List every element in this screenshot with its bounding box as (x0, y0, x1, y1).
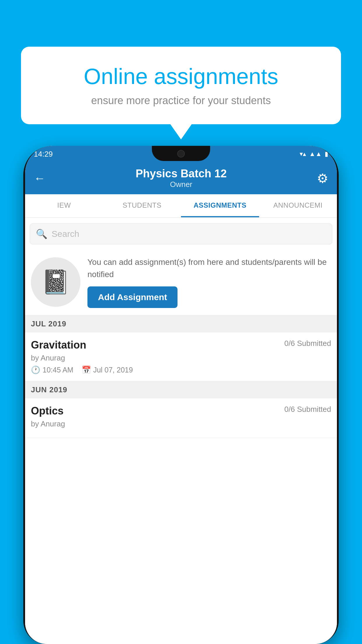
header-title: Physics Batch 12 (136, 167, 227, 180)
tabs-bar: IEW STUDENTS ASSIGNMENTS ANNOUNCEMI (25, 194, 337, 218)
add-assignment-desc: You can add assignment(s) from here and … (87, 256, 331, 281)
notebook-icon: 📓 (41, 268, 70, 296)
assignment-author: by Anurag (31, 354, 331, 363)
search-icon: 🔍 (36, 228, 48, 239)
tab-assignments[interactable]: ASSIGNMENTS (181, 194, 259, 217)
clock-icon: 🕐 (31, 365, 40, 374)
wifi-icon: ▾▴ (300, 150, 306, 158)
assignment-item-top: Gravitation 0/6 Submitted (31, 339, 331, 351)
header-subtitle: Owner (136, 180, 227, 189)
assignment-item-optics[interactable]: Optics 0/6 Submitted by Anurag (25, 398, 337, 438)
assignment-meta: 🕐 10:45 AM 📅 Jul 07, 2019 (31, 365, 331, 374)
add-assignment-right: You can add assignment(s) from here and … (87, 256, 331, 308)
assignment-name: Gravitation (31, 339, 86, 351)
tab-students[interactable]: STUDENTS (103, 194, 181, 217)
header-center: Physics Batch 12 Owner (136, 167, 227, 189)
calendar-icon: 📅 (82, 365, 91, 374)
back-button[interactable]: ← (34, 172, 45, 185)
tooltip-card: Online assignments ensure more practice … (21, 47, 341, 124)
search-bar[interactable]: 🔍 Search (30, 223, 332, 244)
assignment-author-optics: by Anurag (31, 419, 331, 428)
meta-time: 🕐 10:45 AM (31, 365, 73, 374)
assignment-item-top-optics: Optics 0/6 Submitted (31, 405, 331, 417)
section-header-jun: JUN 2019 (25, 381, 337, 398)
assignment-name-optics: Optics (31, 405, 64, 417)
tooltip-subtitle: ensure more practice for your students (41, 94, 321, 107)
add-assignment-button[interactable]: Add Assignment (87, 286, 178, 308)
phone-screen: 14:29 ▾▴ ▲▲ ▮ ← Physics Batch 12 Owner ⚙ (25, 146, 337, 644)
battery-icon: ▮ (325, 150, 328, 158)
signal-icon: ▲▲ (309, 150, 322, 158)
assignment-icon-circle: 📓 (31, 257, 80, 307)
status-time: 14:29 (34, 150, 53, 159)
phone-notch (152, 146, 210, 161)
tab-iew[interactable]: IEW (25, 194, 103, 217)
assignment-item-gravitation[interactable]: Gravitation 0/6 Submitted by Anurag 🕐 10… (25, 332, 337, 381)
assignment-submitted-optics: 0/6 Submitted (284, 405, 331, 414)
search-placeholder: Search (52, 229, 79, 239)
tooltip-title: Online assignments (41, 64, 321, 89)
status-icons: ▾▴ ▲▲ ▮ (300, 150, 328, 158)
front-camera (177, 150, 185, 158)
meta-date: 📅 Jul 07, 2019 (82, 365, 133, 374)
settings-icon[interactable]: ⚙ (317, 171, 328, 186)
assignment-time: 10:45 AM (43, 366, 73, 374)
assignment-submitted: 0/6 Submitted (284, 339, 331, 348)
tab-announcements[interactable]: ANNOUNCEMI (259, 194, 337, 217)
main-content: 🔍 Search 📓 You can add assignment(s) fro… (25, 218, 337, 644)
add-assignment-area: 📓 You can add assignment(s) from here an… (25, 249, 337, 315)
app-header: ← Physics Batch 12 Owner ⚙ (25, 162, 337, 194)
section-header-jul: JUL 2019 (25, 315, 337, 332)
assignment-date: Jul 07, 2019 (93, 366, 133, 374)
phone-frame: 14:29 ▾▴ ▲▲ ▮ ← Physics Batch 12 Owner ⚙ (23, 146, 339, 644)
